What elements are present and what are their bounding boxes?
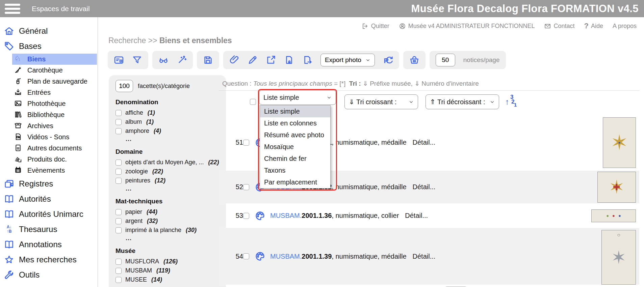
sidebar-item-registres[interactable]: Registres bbox=[0, 176, 98, 191]
record-thumbnail[interactable]: ✶ ● bbox=[603, 117, 636, 168]
books-icon bbox=[14, 111, 23, 119]
sidebar-item-label: Vidéos - Sons bbox=[27, 133, 69, 141]
facet-item: MUSBAM (119) bbox=[115, 266, 226, 275]
inbox-download-icon bbox=[14, 88, 23, 97]
row-checkbox[interactable] bbox=[243, 184, 249, 190]
sidebar-item-annotations[interactable]: Annotations bbox=[0, 237, 98, 252]
contact-link[interactable]: Contact bbox=[544, 23, 574, 30]
detail-link[interactable]: Détail... bbox=[413, 253, 436, 260]
facet-checkbox[interactable] bbox=[115, 268, 122, 274]
carrot-icon bbox=[14, 66, 23, 75]
facet-item: affiche (1) bbox=[115, 108, 226, 117]
sidebar-item-archives[interactable]: Archives bbox=[12, 120, 98, 132]
facet-more-link[interactable]: ... bbox=[126, 136, 226, 142]
view-option-liste-en-colonnes[interactable]: Liste en colonnes bbox=[260, 117, 330, 129]
record-thumbnail[interactable]: ✶ ✚ bbox=[597, 172, 636, 203]
sidebar-item-autorites[interactable]: Autorités bbox=[0, 191, 98, 206]
facet-group-denomination: Denomination affiche (1) album (1) ampho… bbox=[115, 98, 226, 142]
save-button[interactable] bbox=[203, 55, 213, 65]
paperclip-button[interactable] bbox=[229, 55, 239, 65]
hamburger-menu-icon[interactable] bbox=[5, 4, 20, 14]
sidebar-item-phototheque[interactable]: Photothèque bbox=[12, 98, 98, 109]
sidebar-item-mes-recherches[interactable]: Mes recherches bbox=[0, 252, 98, 267]
reload-results-button[interactable]: R bbox=[383, 55, 393, 65]
current-user[interactable]: Musée v4 ADMINISTRATEUR FONCTIONNEL bbox=[399, 23, 535, 30]
sidebar-item-bases[interactable]: Bases bbox=[0, 38, 98, 54]
sidebar-item-entrees[interactable]: Entrées bbox=[12, 87, 98, 98]
sort-ascending-select[interactable]: ⇓ Tri croissant : bbox=[344, 94, 418, 109]
notices-per-page-input[interactable] bbox=[436, 54, 455, 66]
sidebar-item-bibliotheque[interactable]: Bibliothèque bbox=[12, 109, 98, 120]
row-checkbox[interactable] bbox=[243, 253, 249, 259]
sidebar-item-videos-sons[interactable]: Vidéos - Sons bbox=[12, 132, 98, 143]
view-mode-select[interactable]: Liste simple bbox=[259, 90, 336, 105]
view-option-chemin-de-fer[interactable]: Chemin de fer bbox=[260, 153, 330, 165]
main-content: Quitter Musée v4 ADMINISTRATEUR FONCTION… bbox=[98, 17, 644, 287]
sidebar-item-outils[interactable]: Outils bbox=[0, 267, 98, 282]
record-thumbnail[interactable]: ● ● ● bbox=[591, 209, 636, 222]
export-photo-select[interactable]: Export photo bbox=[320, 54, 375, 66]
help-link[interactable]: ? Aide bbox=[584, 22, 603, 30]
detail-link[interactable]: Détail... bbox=[413, 139, 436, 146]
view-option-mosaique[interactable]: Mosaïque bbox=[260, 141, 330, 153]
facet-checkbox[interactable] bbox=[115, 128, 122, 134]
row-checkbox[interactable] bbox=[243, 140, 249, 146]
about-link[interactable]: A propos bbox=[613, 23, 637, 30]
record-link[interactable]: MUSBAM.2001.1.39, numismatique, médaille bbox=[270, 253, 407, 260]
sort-descending-select[interactable]: ⇑ Tri décroissant : bbox=[426, 94, 499, 109]
toolbar-group-view bbox=[152, 51, 193, 69]
row-checkbox[interactable] bbox=[243, 213, 249, 219]
facet-checkbox[interactable] bbox=[115, 277, 122, 283]
filter-button[interactable] bbox=[132, 55, 142, 65]
record-thumbnail[interactable]: ○ ✶ bbox=[601, 230, 636, 285]
basket-button[interactable] bbox=[409, 55, 419, 65]
sidebar-item-evenements[interactable]: Evènements bbox=[12, 165, 98, 176]
sidebar-item-general[interactable]: Général bbox=[0, 23, 98, 38]
facet-more-link[interactable]: ... bbox=[126, 185, 226, 191]
magic-wand-button[interactable] bbox=[177, 55, 187, 65]
chevron-down-icon bbox=[490, 99, 495, 105]
facet-checkbox[interactable] bbox=[115, 178, 122, 184]
document-lock-button[interactable] bbox=[284, 55, 294, 65]
facet-checkbox[interactable] bbox=[115, 218, 122, 224]
sidebar-item-label: Registres bbox=[19, 179, 53, 189]
view-option-liste-simple[interactable]: Liste simple bbox=[260, 106, 330, 117]
sidebar-item-produits-doc[interactable]: Produits doc. bbox=[12, 154, 98, 165]
sidebar-item-plan-sauvegarde[interactable]: Plan de sauvegarde bbox=[12, 76, 98, 87]
facet-more-link[interactable]: ... bbox=[126, 235, 226, 241]
detail-link[interactable]: Détail... bbox=[413, 183, 436, 191]
quit-link[interactable]: Quitter bbox=[362, 23, 389, 30]
numbered-sort-icon[interactable]: 3 ↑ 2 1 bbox=[505, 94, 519, 110]
palette-icon[interactable] bbox=[255, 251, 265, 262]
sidebar-item-autorites-unimarc[interactable]: Autorités Unimarc bbox=[0, 206, 98, 222]
open-external-button[interactable] bbox=[266, 55, 276, 65]
document-export-button[interactable] bbox=[302, 55, 312, 65]
facet-checkbox[interactable] bbox=[115, 209, 122, 215]
row-number: 54 bbox=[234, 253, 243, 260]
sidebar-item-carotheque[interactable]: Carothèque bbox=[12, 65, 98, 76]
facet-checkbox[interactable] bbox=[115, 160, 122, 166]
view-glasses-button[interactable] bbox=[158, 55, 169, 65]
view-mode-dropdown: Liste simple Liste en colonnes Résumé av… bbox=[260, 105, 331, 189]
facet-checkbox[interactable] bbox=[115, 110, 122, 116]
facet-checkbox[interactable] bbox=[115, 169, 122, 175]
user-icon bbox=[399, 23, 406, 30]
detail-link[interactable]: Détail... bbox=[405, 212, 428, 220]
facet-checkbox[interactable] bbox=[115, 227, 122, 233]
view-option-resume-avec-photo[interactable]: Résumé avec photo bbox=[260, 129, 330, 141]
palette-icon[interactable] bbox=[255, 210, 265, 221]
facet-group-musee: Musée MUSFLORA (126) MUSBAM (119) MUSEE … bbox=[115, 247, 226, 284]
sidebar-item-autres-documents[interactable]: Autres documents bbox=[12, 143, 98, 154]
facet-checkbox[interactable] bbox=[115, 259, 122, 265]
sidebar-item-thesaurus[interactable]: A↓↑B Thesaurus bbox=[0, 222, 98, 237]
workspace-label[interactable]: Espaces de travail bbox=[32, 5, 90, 13]
record-link[interactable]: MUSBAM.2001.1.36, numismatique, collier bbox=[270, 212, 399, 220]
facet-checkbox[interactable] bbox=[115, 119, 122, 125]
select-all-checkbox[interactable] bbox=[250, 99, 256, 105]
edit-pen-button[interactable] bbox=[248, 55, 258, 65]
search-form-button[interactable] bbox=[114, 55, 124, 65]
sidebar-item-biens[interactable]: ♘ Biens bbox=[12, 54, 97, 65]
view-option-taxons[interactable]: Taxons bbox=[260, 165, 330, 176]
view-option-par-emplacement[interactable]: Par emplacement bbox=[260, 176, 330, 188]
facets-per-category-input[interactable] bbox=[115, 80, 133, 92]
